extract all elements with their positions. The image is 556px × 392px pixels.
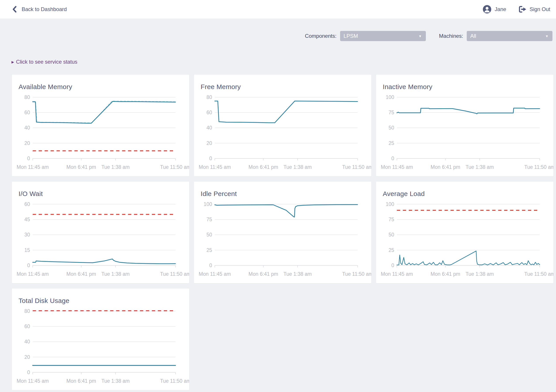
svg-text:Tue 1:38 am: Tue 1:38 am [284, 271, 312, 277]
svg-text:100: 100 [386, 201, 394, 207]
filter-controls: Components: LPSM ▼ Machines: All ▼ [0, 31, 556, 41]
svg-text:Mon 6:41 pm: Mon 6:41 pm [249, 271, 278, 277]
svg-text:45: 45 [24, 216, 30, 222]
svg-text:20: 20 [206, 140, 212, 146]
svg-text:Tue 11:50 am: Tue 11:50 am [342, 271, 371, 277]
svg-text:0: 0 [27, 155, 30, 161]
svg-text:0: 0 [209, 262, 212, 268]
svg-text:80: 80 [24, 94, 30, 100]
svg-text:Tue 11:50 am: Tue 11:50 am [160, 378, 189, 384]
machines-filter-group: Machines: All ▼ [439, 31, 552, 41]
components-label: Components: [305, 33, 337, 39]
triangle-right-icon: ▶ [11, 60, 14, 64]
svg-text:Tue 11:50 am: Tue 11:50 am [160, 164, 189, 170]
user-chip[interactable]: Jane [483, 5, 506, 14]
svg-text:Mon 11:45 am: Mon 11:45 am [16, 378, 49, 384]
svg-text:25: 25 [206, 247, 212, 253]
svg-text:60: 60 [24, 201, 30, 207]
chart-card: Free Memory020406080Mon 11:45 amMon 6:41… [194, 75, 371, 176]
svg-text:Tue 11:50 am: Tue 11:50 am [525, 164, 553, 170]
svg-text:100: 100 [386, 94, 394, 100]
svg-text:0: 0 [27, 262, 30, 268]
series-secondary-machine [33, 101, 176, 123]
chart-canvas: 020406080Mon 11:45 amMon 6:41 pmTue 1:38… [12, 75, 189, 176]
svg-text:Tue 1:38 am: Tue 1:38 am [101, 378, 130, 384]
svg-text:75: 75 [206, 216, 212, 222]
svg-text:75: 75 [388, 110, 394, 115]
app-header: Back to Dashboard Jane Sign Out [0, 0, 556, 19]
chart-card: Available Memory020406080Mon 11:45 amMon… [12, 75, 189, 176]
svg-text:80: 80 [24, 308, 30, 314]
svg-text:Tue 11:50 am: Tue 11:50 am [342, 164, 371, 170]
machines-dropdown-value: All [470, 33, 476, 39]
components-dropdown[interactable]: LPSM ▼ [340, 31, 426, 41]
svg-text:Tue 1:38 am: Tue 1:38 am [101, 164, 130, 170]
chart-card: I/O Wait015304560Mon 11:45 amMon 6:41 pm… [12, 182, 189, 283]
svg-text:Tue 1:38 am: Tue 1:38 am [466, 164, 494, 170]
svg-text:Mon 6:41 pm: Mon 6:41 pm [431, 271, 460, 277]
chart-canvas: 0255075100Mon 11:45 amMon 6:41 pmTue 1:3… [376, 182, 553, 283]
chevron-down-icon: ▼ [545, 34, 548, 38]
svg-text:Mon 6:41 pm: Mon 6:41 pm [249, 164, 278, 170]
svg-text:60: 60 [24, 110, 30, 115]
svg-text:0: 0 [209, 155, 212, 161]
chart-canvas: 020406080Mon 11:45 amMon 6:41 pmTue 1:38… [12, 289, 189, 390]
back-to-dashboard-label: Back to Dashboard [22, 6, 67, 12]
sign-out-icon [519, 6, 527, 13]
series-primary-machine [33, 259, 176, 264]
service-status-toggle[interactable]: ▶ Click to see service status [11, 59, 77, 65]
machines-dropdown[interactable]: All ▼ [467, 31, 552, 41]
svg-text:Mon 11:45 am: Mon 11:45 am [199, 271, 231, 277]
svg-text:40: 40 [206, 125, 212, 131]
charts-grid: Available Memory020406080Mon 11:45 amMon… [12, 75, 553, 390]
svg-text:Mon 6:41 pm: Mon 6:41 pm [67, 271, 96, 277]
machines-label: Machines: [439, 33, 463, 39]
svg-text:30: 30 [24, 232, 30, 238]
user-name: Jane [495, 6, 506, 12]
svg-text:25: 25 [388, 140, 394, 146]
components-dropdown-value: LPSM [344, 33, 358, 39]
svg-text:Mon 11:45 am: Mon 11:45 am [381, 271, 413, 277]
svg-text:50: 50 [388, 125, 394, 131]
header-right: Jane Sign Out [483, 5, 550, 14]
chevron-down-icon: ▼ [418, 34, 422, 38]
svg-text:Mon 11:45 am: Mon 11:45 am [16, 164, 49, 170]
svg-text:60: 60 [24, 323, 30, 329]
svg-text:0: 0 [27, 369, 30, 375]
chart-canvas: 0255075100Mon 11:45 amMon 6:41 pmTue 1:3… [194, 182, 371, 283]
svg-text:Tue 11:50 am: Tue 11:50 am [525, 271, 553, 277]
series-primary-machine [397, 108, 540, 114]
svg-text:40: 40 [24, 125, 30, 131]
back-to-dashboard-button[interactable]: Back to Dashboard [12, 6, 67, 13]
svg-text:0: 0 [391, 262, 394, 268]
chart-card: Inactive Memory0255075100Mon 11:45 amMon… [376, 75, 553, 176]
svg-text:80: 80 [206, 94, 212, 100]
chart-card: Idle Percent0255075100Mon 11:45 amMon 6:… [194, 182, 371, 283]
svg-text:25: 25 [388, 247, 394, 253]
chart-card: Total Disk Usage020406080Mon 11:45 amMon… [12, 289, 189, 390]
chart-card: Average Load0255075100Mon 11:45 amMon 6:… [376, 182, 553, 283]
svg-text:Mon 6:41 pm: Mon 6:41 pm [67, 164, 96, 170]
series-primary-machine [215, 101, 358, 123]
svg-text:Tue 1:38 am: Tue 1:38 am [466, 271, 494, 277]
series-primary-machine [397, 251, 540, 265]
sign-out-label: Sign Out [530, 6, 550, 12]
chart-canvas: 020406080Mon 11:45 amMon 6:41 pmTue 1:38… [194, 75, 371, 176]
svg-text:Mon 11:45 am: Mon 11:45 am [16, 271, 49, 277]
svg-text:60: 60 [206, 110, 212, 115]
chart-canvas: 0255075100Mon 11:45 amMon 6:41 pmTue 1:3… [376, 75, 553, 176]
svg-text:20: 20 [24, 354, 30, 360]
chart-canvas: 015304560Mon 11:45 amMon 6:41 pmTue 1:38… [12, 182, 189, 283]
svg-text:Mon 11:45 am: Mon 11:45 am [381, 164, 413, 170]
svg-text:50: 50 [388, 232, 394, 238]
svg-text:0: 0 [391, 155, 394, 161]
svg-text:15: 15 [24, 247, 30, 253]
svg-text:20: 20 [24, 140, 30, 146]
svg-text:Mon 6:41 pm: Mon 6:41 pm [67, 378, 96, 384]
service-status-label: Click to see service status [16, 59, 77, 65]
sign-out-button[interactable]: Sign Out [519, 6, 550, 13]
series-primary-machine [215, 205, 358, 217]
svg-text:Tue 1:38 am: Tue 1:38 am [101, 271, 130, 277]
user-avatar-icon [483, 5, 491, 14]
svg-text:Mon 11:45 am: Mon 11:45 am [199, 164, 231, 170]
